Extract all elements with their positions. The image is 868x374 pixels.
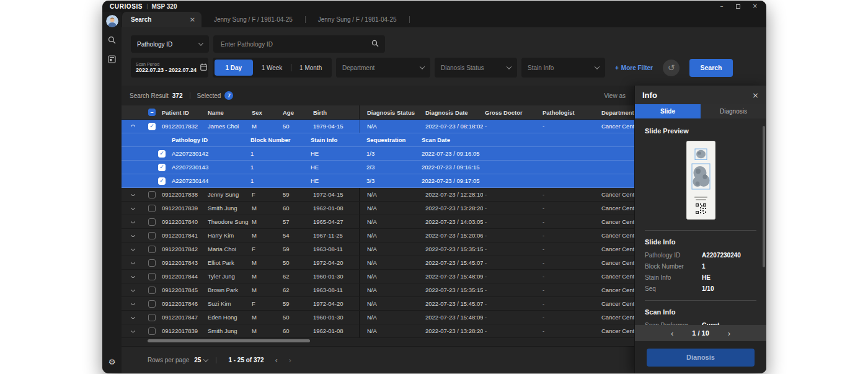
row-checkbox[interactable] (148, 232, 156, 239)
table-row[interactable]: 09122017842 Maria Choi F 59 1963-08-11 N… (122, 243, 634, 256)
col-name: Name (206, 109, 250, 116)
expand-row-icon[interactable] (130, 288, 135, 292)
search-field-type-select[interactable]: Pathology ID (131, 35, 209, 53)
table-row[interactable]: 09122017843 Elliot Park M 50 1972-04-20 … (122, 256, 634, 270)
pager-next-icon[interactable]: › (728, 329, 730, 338)
next-page-icon[interactable]: › (289, 356, 291, 365)
table-row[interactable]: 09122017840 Theodore Sung M 57 1965-04-2… (122, 215, 634, 229)
expand-row-icon[interactable] (130, 275, 135, 278)
range-1-month-button[interactable]: 1 Month (291, 65, 330, 71)
select-all-checkbox[interactable]: – (148, 109, 156, 116)
diagnosis-action-button[interactable]: Dianosis (647, 349, 755, 367)
maximize-icon[interactable] (736, 4, 740, 9)
table-row[interactable]: 09122017846 Suzi Kim F 59 1972-04-20 N/A… (122, 297, 634, 311)
search-button[interactable]: Search (689, 59, 733, 77)
slide-checkbox-checked[interactable]: ✓ (158, 164, 166, 171)
slide-checkbox-checked[interactable]: ✓ (158, 150, 166, 158)
collapse-row-icon[interactable] (130, 125, 135, 128)
slide-preview-title: Slide Preview (645, 127, 756, 135)
diagnosis-date: 2022-07-23 / 12:28:10 (423, 191, 483, 198)
rows-per-page-select[interactable]: 25 (194, 357, 208, 363)
row-checkbox[interactable] (148, 218, 156, 226)
settings-gear-icon[interactable]: ⚙ (108, 358, 116, 366)
patient-birth: 1960-01-30 (311, 314, 359, 321)
table-row-expanded[interactable]: ✓ 09122017832 James Choi M 50 1979-04-15… (122, 120, 634, 133)
row-checkbox[interactable] (148, 327, 156, 335)
more-filter-link[interactable]: + More Filter (615, 65, 653, 71)
expand-row-icon[interactable] (130, 261, 135, 264)
patient-birth: 1962-01-08 (311, 205, 359, 211)
pathology-id-input[interactable] (219, 40, 371, 48)
expand-row-icon[interactable] (130, 316, 135, 319)
department-select[interactable]: Department (336, 58, 430, 78)
tab-search[interactable]: Search × (122, 12, 202, 27)
row-checkbox[interactable] (148, 205, 156, 212)
expand-row-icon[interactable] (130, 302, 135, 305)
scan-period-field[interactable]: Scan Period 2022.07.23 - 2022.07.24 (131, 58, 208, 78)
slide-row[interactable]: ✓ A2207230143 1 HE 2/3 2022-07-23 / 09:1… (122, 161, 634, 174)
table-row[interactable]: 09122017847 Eden Hong M 50 1960-01-30 N/… (122, 311, 634, 324)
table-row[interactable]: 09122017845 Brown Park M 62 1963-08-11 N… (122, 283, 634, 297)
slide-scan-date: 2022-07-23 / 09:16:15 (420, 164, 634, 171)
table-row[interactable]: 09122017844 Tyler Jung M 62 1960-01-30 N… (122, 270, 634, 283)
prev-page-icon[interactable]: ‹ (275, 356, 278, 365)
table-row[interactable]: 09122017841 Harry Kim M 54 1967-11-25 N/… (122, 229, 634, 243)
tab-patient-2[interactable]: Jenny Sung / F / 1981-04-25 (306, 12, 409, 27)
slide-library-icon[interactable] (108, 55, 116, 66)
range-1-day-button[interactable]: 1 Day (215, 60, 253, 76)
patient-id: 09122017844 (160, 273, 206, 280)
view-as-button[interactable]: View as (604, 92, 626, 99)
expand-row-icon[interactable] (130, 329, 135, 332)
results-table-area: Search Result 372 Selected 7 View as – P… (122, 86, 634, 373)
slide-row[interactable]: ✓ A2207230142 1 HE 1/3 2022-07-23 / 09:1… (122, 147, 634, 161)
diagnosis-status-select[interactable]: Dianosis Status (435, 58, 517, 78)
section-divider (645, 300, 756, 301)
patient-name: Suzi Kim (206, 300, 250, 307)
horizontal-scrollbar-thumb[interactable] (148, 339, 310, 342)
tab-close-icon[interactable]: × (190, 16, 195, 23)
table-row[interactable]: 09122017839 Smith Jung M 60 1962-01-08 N… (122, 202, 634, 215)
close-window-icon[interactable]: × (753, 3, 758, 9)
col-department-sort[interactable]: Department↑ (600, 109, 634, 116)
slide-checkbox-checked[interactable]: ✓ (158, 177, 166, 185)
selected-label: Selected (197, 92, 221, 99)
info-panel-footer: Dianosis (635, 341, 766, 373)
minimize-icon[interactable]: – (720, 3, 724, 9)
expand-row-icon[interactable] (130, 193, 135, 196)
slide-block-number: 1 (249, 150, 309, 157)
app-window: CURIOSIS | MSP 320 – × (102, 1, 766, 373)
expand-row-icon[interactable] (130, 234, 135, 237)
expand-row-icon[interactable] (130, 207, 135, 210)
row-checkbox[interactable] (148, 259, 156, 267)
expand-row-icon[interactable] (130, 220, 135, 223)
slide-row[interactable]: ✓ A2207230144 1 HE 3/3 2022-07-23 / 09:1… (122, 174, 634, 188)
row-checkbox[interactable] (148, 191, 156, 198)
diagnosis-status: N/A (359, 202, 423, 215)
row-checkbox[interactable] (148, 314, 156, 321)
search-nav-icon[interactable] (108, 35, 116, 47)
tab-patient-1[interactable]: Jenny Sung / F / 1981-04-25 (202, 12, 305, 27)
row-checkbox-checked[interactable]: ✓ (148, 123, 156, 130)
row-checkbox[interactable] (148, 287, 156, 294)
row-checkbox[interactable] (148, 246, 156, 253)
subcol-pathology-id: Pathology ID (170, 136, 249, 143)
table-row[interactable]: 09122017838 Jenny Sung F 59 1972-04-15 N… (122, 188, 634, 202)
reset-filters-button[interactable]: ↺ (663, 60, 680, 76)
search-glass-icon[interactable] (371, 40, 379, 48)
patient-sex: M (250, 123, 281, 130)
tab-diagnosis[interactable]: Diagnosis (701, 104, 766, 118)
info-panel-close-icon[interactable]: × (752, 91, 759, 99)
slide-preview-image[interactable] (686, 141, 715, 222)
panel-scrollbar-thumb[interactable] (763, 126, 765, 267)
col-diagnosis-status: Diagnosis Status (359, 105, 423, 119)
patient-age: 59 (281, 246, 311, 252)
pager-prev-icon[interactable]: ‹ (671, 329, 673, 338)
tab-slide[interactable]: Slide (635, 104, 701, 118)
row-checkbox[interactable] (148, 273, 156, 280)
range-1-week-button[interactable]: 1 Week (253, 65, 291, 71)
expand-row-icon[interactable] (130, 247, 135, 251)
table-row[interactable]: 09122017839 Smith Jung M 60 1962-01-08 N… (122, 324, 634, 338)
row-checkbox[interactable] (148, 300, 156, 308)
user-avatar[interactable] (106, 15, 118, 27)
stain-info-select[interactable]: Stain Info (521, 58, 605, 78)
